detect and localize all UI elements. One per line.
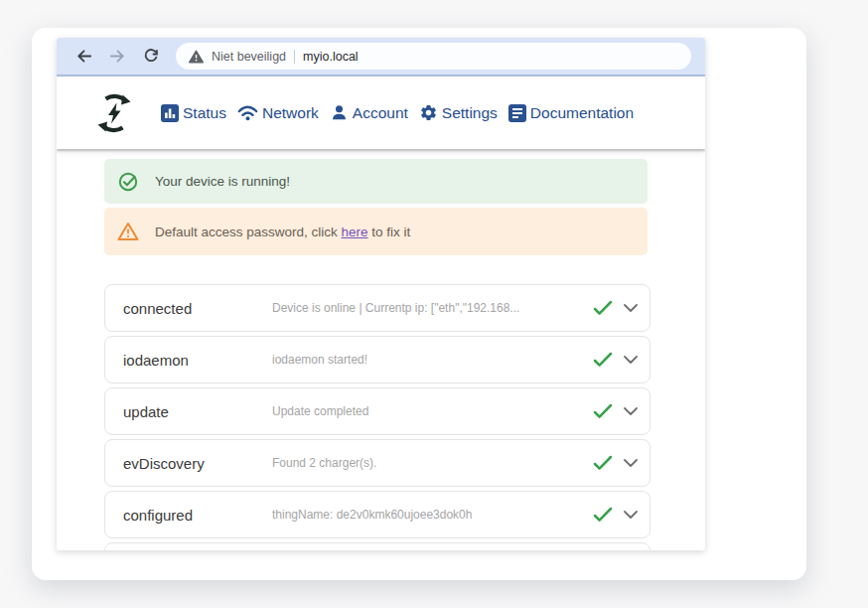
check-icon	[593, 455, 613, 471]
warning-triangle-icon	[117, 222, 139, 241]
success-alert: Your device is running!	[104, 159, 648, 204]
check-icon	[593, 352, 613, 368]
insecure-warning-icon[interactable]	[189, 50, 204, 64]
browser-window: Niet beveiligd myio.local	[57, 38, 705, 550]
check-circle-icon	[117, 171, 139, 193]
reload-icon[interactable]	[140, 46, 162, 68]
status-row-configured[interactable]: configured thingName: de2v0kmk60ujoee3do…	[104, 491, 651, 538]
check-icon	[593, 403, 613, 419]
status-row-connected[interactable]: connected Device is online | Currentp ip…	[104, 284, 651, 332]
success-alert-text: Your device is running!	[155, 174, 290, 189]
fix-password-link[interactable]: here	[342, 225, 368, 239]
back-icon[interactable]	[72, 46, 94, 68]
status-row-iodaemon[interactable]: iodaemon iodaemon started!	[104, 336, 651, 383]
nav-item-settings[interactable]: Settings	[419, 103, 498, 122]
url-text: myio.local	[303, 50, 359, 64]
nav-menu: Status Network Account	[161, 103, 634, 122]
url-bar[interactable]: Niet beveiligd myio.local	[176, 43, 691, 70]
person-icon	[330, 103, 349, 122]
security-label: Niet beveiligd	[212, 50, 286, 64]
nav-item-network[interactable]: Network	[237, 104, 319, 122]
check-icon	[593, 507, 613, 523]
bar-chart-icon	[161, 104, 179, 122]
chevron-down-icon[interactable]	[624, 511, 638, 519]
chevron-down-icon[interactable]	[624, 304, 638, 312]
chevron-down-icon[interactable]	[624, 459, 638, 467]
gear-icon	[419, 103, 438, 122]
chevron-down-icon[interactable]	[624, 407, 638, 415]
browser-address-bar: Niet beveiligd myio.local	[57, 38, 705, 76]
warning-alert-text: Default access password, click here to f…	[155, 225, 410, 239]
status-row-update[interactable]: update Update completed	[104, 387, 651, 435]
nav-item-account[interactable]: Account	[330, 103, 408, 122]
check-icon	[593, 300, 613, 316]
chevron-down-icon[interactable]	[624, 356, 638, 364]
app-navbar: Status Network Account	[57, 76, 705, 149]
nav-item-status[interactable]: Status	[161, 104, 226, 122]
url-divider	[294, 50, 295, 64]
status-row-list: connected Device is online | Currentp ip…	[104, 284, 705, 550]
screenshot-frame: Niet beveiligd myio.local	[32, 28, 806, 580]
app-logo-icon[interactable]	[92, 91, 136, 135]
warning-alert: Default access password, click here to f…	[104, 208, 648, 255]
status-row-evdiscovery[interactable]: evDiscovery Found 2 charger(s).	[104, 439, 651, 487]
nav-item-documentation[interactable]: Documentation	[508, 104, 634, 122]
page-content: Your device is running! Default access p…	[57, 149, 705, 550]
document-icon	[508, 104, 526, 122]
forward-icon[interactable]	[106, 46, 128, 68]
wifi-icon	[237, 104, 258, 121]
status-row-partial[interactable]	[104, 542, 651, 550]
